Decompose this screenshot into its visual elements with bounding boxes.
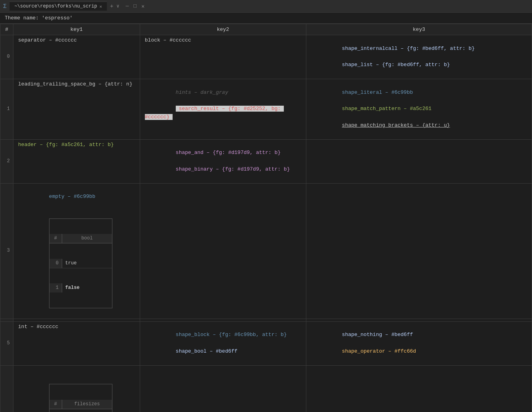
- row4-col2: [140, 319, 306, 321]
- table-row: 0 separator – #cccccc block – #cccccc sh…: [0, 35, 532, 79]
- row-index-1: 1: [0, 79, 13, 139]
- col1-header: key1: [13, 24, 140, 35]
- minimize-button[interactable]: —: [126, 3, 129, 9]
- maximize-button[interactable]: □: [133, 3, 137, 9]
- table-row: 3 empty – #6c99bb # bool 0 true: [0, 183, 532, 319]
- row6-col3: [306, 365, 532, 412]
- tab-chevron[interactable]: ∨: [116, 3, 119, 9]
- row5-col2: shape_block – {fg: #6c99bb, attr: b} sha…: [140, 321, 306, 365]
- row-index-6: 6: [0, 365, 13, 412]
- row-index-0: 0: [0, 35, 13, 79]
- row2-col1: header – {fg: #a5c261, attr: b}: [13, 139, 140, 183]
- col3-header: key3: [306, 24, 532, 35]
- row-index-4: [0, 319, 13, 321]
- close-button[interactable]: ✕: [141, 3, 144, 9]
- row1-col3: shape_literal – #6c99bb shape_match_patt…: [306, 79, 532, 139]
- row-index-5: 5: [0, 321, 13, 365]
- row5-col3: shape_nothing – #bed6ff shape_operator –…: [306, 321, 532, 365]
- row4-col1: [13, 319, 140, 321]
- filesizes-mini-table: # filesizes 0 0 1 500,000 2: [49, 384, 112, 412]
- table-row: [0, 319, 532, 321]
- row6-col2: [140, 365, 306, 412]
- row3-col1: empty – #6c99bb # bool 0 true 1: [13, 183, 140, 319]
- theme-name-line: Theme name: 'espresso': [0, 13, 532, 24]
- bool-mini-table: # bool 0 true 1 false: [49, 218, 112, 308]
- row1-col2: hints – dark_gray search_result – {fg: #…: [140, 79, 306, 139]
- table-row: 5 int – #cccccc shape_block – {fg: #6c99…: [0, 321, 532, 365]
- active-tab[interactable]: ~\source\repos\forks\nu_scrip ✕: [10, 2, 106, 11]
- row-index-3: 3: [0, 183, 13, 319]
- row5-col1: int – #cccccc: [13, 321, 140, 365]
- table-row: 6 # filesizes 0 0 1: [0, 365, 532, 412]
- col-index-header: #: [0, 24, 13, 35]
- row0-col2: block – #cccccc: [140, 35, 306, 79]
- row0-col1: separator – #cccccc: [13, 35, 140, 79]
- app-icon: Σ: [3, 3, 6, 9]
- window-controls: — □ ✕: [126, 3, 144, 9]
- row0-col3: shape_internalcall – {fg: #bed6ff, attr:…: [306, 35, 532, 79]
- row3-col2: [140, 183, 306, 319]
- main-table-container: # key1 key2 key3 0 separator – #cccccc b…: [0, 24, 532, 412]
- row1-col1: leading_trailing_space_bg – {attr: n}: [13, 79, 140, 139]
- row2-col2: shape_and – {fg: #d197d9, attr: b} shape…: [140, 139, 306, 183]
- titlebar: Σ ~\source\repos\forks\nu_scrip ✕ + ∨ — …: [0, 0, 532, 13]
- row-index-2: 2: [0, 139, 13, 183]
- table-row: 1 leading_trailing_space_bg – {attr: n} …: [0, 79, 532, 139]
- row6-col1: # filesizes 0 0 1 500,000 2: [13, 365, 140, 412]
- row2-col3: [306, 139, 532, 183]
- row4-col3: [306, 319, 532, 321]
- new-tab-button[interactable]: +: [110, 3, 113, 9]
- row3-col3: [306, 183, 532, 319]
- main-table: # key1 key2 key3 0 separator – #cccccc b…: [0, 24, 532, 412]
- tab-label: ~\source\repos\forks\nu_scrip: [14, 4, 97, 9]
- col2-header: key2: [140, 24, 306, 35]
- tab-close-button[interactable]: ✕: [99, 4, 102, 9]
- table-row: 2 header – {fg: #a5c261, attr: b} shape_…: [0, 139, 532, 183]
